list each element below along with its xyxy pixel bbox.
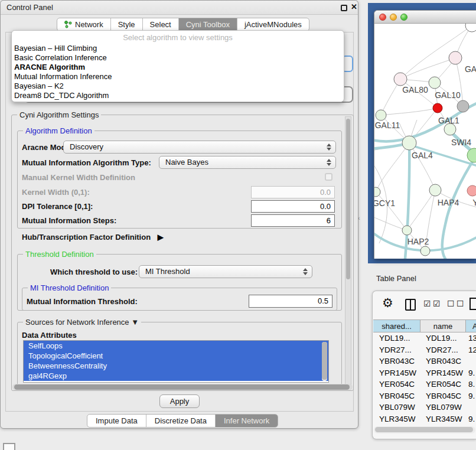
data-attributes-label: Data Attributes xyxy=(22,331,77,340)
tab-discretize-data[interactable]: Discretize Data xyxy=(146,415,216,427)
which-threshold-label: Which threshold to use: xyxy=(50,268,138,276)
node-green[interactable] xyxy=(467,148,476,162)
table-body: YDL19... YDL19... 13 YDR27... YDR27... 1… xyxy=(373,333,476,426)
close-traffic-light-icon[interactable] xyxy=(379,14,386,21)
tab-jactivemnodules[interactable]: jActiveMNodules xyxy=(237,18,309,31)
node-hap4[interactable] xyxy=(429,184,441,196)
node-swi4[interactable] xyxy=(444,123,456,135)
control-panel: Control Panel ✕ Network Style Select xyxy=(0,0,358,429)
node-pink[interactable] xyxy=(467,185,476,196)
node-hap2[interactable] xyxy=(402,226,412,235)
node-gal1-red[interactable] xyxy=(433,103,442,113)
node-gal[interactable] xyxy=(449,51,462,64)
float-window-icon[interactable] xyxy=(341,5,347,11)
minimize-traffic-light-icon[interactable] xyxy=(390,14,397,21)
kernel-width-label: Kernel Width (0,1): xyxy=(22,188,90,197)
kernel-width-input[interactable]: 0.0 xyxy=(251,186,335,198)
node-unlabeled2[interactable] xyxy=(420,246,430,256)
application-window: Control Panel ✕ Network Style Select xyxy=(0,0,476,450)
menu-item-mutual-information[interactable]: Mutual Information Inference xyxy=(14,72,339,81)
settings-horizontal-scrollbar[interactable] xyxy=(12,384,353,390)
tab-select[interactable]: Select xyxy=(143,18,179,31)
settings-vertical-scrollbar[interactable] xyxy=(345,116,351,389)
tab-impute-data[interactable]: Impute Data xyxy=(87,415,146,427)
node-label: GAL80 xyxy=(402,85,428,94)
splitpane-collapse-icon[interactable]: ‹ xyxy=(358,214,360,221)
tab-network-label: Network xyxy=(75,20,103,29)
node-gal80[interactable] xyxy=(394,73,407,86)
network-window-titlebar xyxy=(374,11,476,24)
node-gal4[interactable] xyxy=(402,136,416,150)
tab-cyni-toolbox[interactable]: Cyni Toolbox xyxy=(179,18,237,31)
column-header-name[interactable]: name xyxy=(420,320,466,332)
deselect-all-icon[interactable]: ☐ xyxy=(447,299,455,308)
mi-steps-input[interactable]: 6 xyxy=(251,214,335,227)
tab-network[interactable]: Network xyxy=(57,18,111,31)
mi-threshold-label: Mutual Information Threshold: xyxy=(27,297,138,306)
node-label: GAL10 xyxy=(435,90,461,100)
control-panel-title: Control Panel xyxy=(6,3,53,12)
mi-threshold-input[interactable]: 0.5 xyxy=(249,295,332,308)
document-icon[interactable] xyxy=(470,298,476,310)
node-gal11[interactable] xyxy=(376,110,386,120)
node-label: GCY1 xyxy=(374,198,395,208)
tab-style[interactable]: Style xyxy=(111,18,143,31)
menu-item-aracne[interactable]: ARACNE Algorithm xyxy=(14,63,339,72)
menu-item-bayesian-hill-climbing[interactable]: Bayesian – Hill Climbing xyxy=(14,44,339,53)
list-item-selfloops[interactable]: SelfLoops xyxy=(24,341,328,351)
dpi-tolerance-input[interactable]: 0.0 xyxy=(251,200,335,213)
network-canvas[interactable]: GAL GAL80 GAL10 GAL1 GAL11 SWI4 GAL4 GCY… xyxy=(374,24,476,259)
node-label: GAL1 xyxy=(438,116,459,125)
dropdown-hint: Select algorithm to view settings xyxy=(12,33,344,42)
menu-item-bayesian-k2[interactable]: Bayesian – K2 xyxy=(14,81,339,91)
control-panel-tabbar: Network Style Select Cyni Toolbox jActiv… xyxy=(57,18,309,31)
stepper-arrows-icon xyxy=(327,144,332,151)
node-label: GAL xyxy=(465,64,476,74)
column-layout-icon[interactable] xyxy=(405,299,416,311)
control-panel-titlebar: Control Panel ✕ xyxy=(1,1,358,15)
data-attributes-list: SelfLoops TopologicalCoefficient Between… xyxy=(23,340,329,383)
mi-type-label: Mutual Information Algorithm Type: xyxy=(22,158,151,167)
column-header-clipped[interactable]: A xyxy=(466,320,476,332)
close-icon[interactable]: ✕ xyxy=(351,2,357,11)
stepper-arrows-icon xyxy=(327,159,332,166)
list-item-betweennesscentrality[interactable]: BetweennessCentrality xyxy=(24,361,328,371)
table-row[interactable]: YBR043C YBR043C xyxy=(373,356,476,368)
select-all-icon[interactable]: ☑ xyxy=(423,299,431,308)
settings-group-title: Cyni Algorithm Settings xyxy=(17,110,101,119)
table-row[interactable]: YDL19... YDL19... 13 xyxy=(373,333,476,345)
table-row[interactable]: YER054C YER054C 8. xyxy=(373,379,476,391)
list-item-topologicalcoefficient[interactable]: TopologicalCoefficient xyxy=(24,351,328,361)
node-unlabeled[interactable] xyxy=(465,24,476,32)
hub-definition-expander[interactable]: Hub/Transcription Factor Definition ▶ xyxy=(22,233,164,242)
node-gcy1[interactable] xyxy=(374,187,380,197)
minimized-panel-icon[interactable] xyxy=(3,443,15,450)
mi-type-select[interactable]: Naive Bayes xyxy=(159,156,336,169)
menu-item-basic-correlation[interactable]: Basic Correlation Inference xyxy=(14,53,339,63)
table-row[interactable]: YPR145W YPR145W 9. xyxy=(373,368,476,380)
column-header-shared-name[interactable]: shared... xyxy=(373,320,420,332)
node-gal10[interactable] xyxy=(429,77,441,89)
settings-gear-icon[interactable]: ⚙ xyxy=(382,296,393,310)
stepper-arrows-icon xyxy=(303,268,308,275)
list-item-gal4rgexp[interactable]: gal4RGexp xyxy=(24,371,328,381)
select-all-icon-2[interactable]: ☑ xyxy=(433,299,441,308)
sources-title[interactable]: Sources for Network Inference ▼ xyxy=(23,318,141,327)
table-row[interactable]: YDR27... YDR27... 12 xyxy=(373,345,476,357)
table-row[interactable]: YLR345W YLR345W 9. xyxy=(373,414,476,426)
bottom-tabbar: Impute Data Discretize Data Infer Networ… xyxy=(87,414,278,428)
deselect-all-icon-2[interactable]: ☐ xyxy=(457,299,464,308)
menu-item-dream8[interactable]: Dream8 DC_TDC Algorithm xyxy=(14,91,339,100)
tab-infer-network[interactable]: Infer Network xyxy=(216,415,278,427)
node-gray[interactable] xyxy=(457,100,469,112)
algorithm-definition-title: Algorithm Definition xyxy=(23,126,94,135)
manual-kernel-checkbox[interactable] xyxy=(325,173,332,181)
list-scrollbar[interactable] xyxy=(322,342,327,381)
aracne-mode-select[interactable]: Discovery xyxy=(63,141,336,154)
zoom-traffic-light-icon[interactable] xyxy=(400,14,407,21)
which-threshold-select[interactable]: MI Threshold xyxy=(139,265,312,278)
table-horizontal-scrollbar[interactable] xyxy=(374,426,475,433)
table-row[interactable]: YBR045C YBR045C 9. xyxy=(373,391,476,403)
table-row[interactable]: YBL079W YBL079W xyxy=(373,402,476,414)
apply-button[interactable]: Apply xyxy=(159,394,200,408)
